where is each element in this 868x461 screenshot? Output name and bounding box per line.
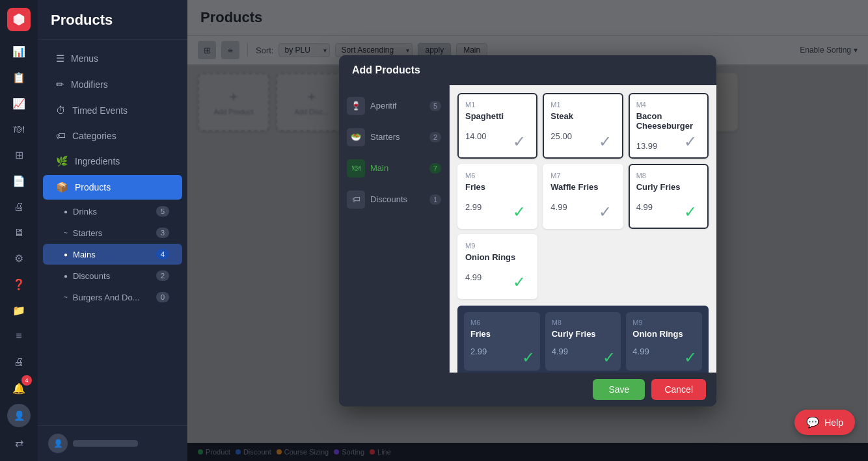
modal-product-steak[interactable]: M1 Steak 25.00 ✓: [543, 93, 623, 159]
fries-check-icon: ✓: [513, 203, 526, 220]
sidebar-sub-drinks-label: Drinks: [73, 207, 97, 217]
sidebar-item-products[interactable]: 📦 Products: [43, 175, 182, 200]
products-icon: 📦: [56, 181, 68, 193]
menu-icon[interactable]: 🍽: [8, 119, 29, 140]
sidebar-sub-discounts[interactable]: ● Discounts 2: [43, 265, 182, 286]
sidebar-item-categories-label: Categories: [72, 131, 116, 141]
modal-product-spaghetti[interactable]: M1 Spaghetti 14.00 ✓: [457, 93, 537, 159]
help-icon[interactable]: ❓: [8, 274, 29, 295]
spaghetti-id: M1: [465, 101, 530, 109]
reports-icon[interactable]: 📄: [8, 171, 29, 192]
analytics-icon[interactable]: 📈: [8, 93, 29, 114]
sidebar-sub-burgers-label: Burgers And Do...: [73, 293, 140, 302]
sidebar-sub-discounts-label: Discounts: [73, 271, 110, 281]
sel-onion-check: ✓: [684, 350, 697, 365]
sidebar-item-timed-events-label: Timed Events: [72, 105, 128, 116]
sidebar-item-timed-events[interactable]: ⏱ Timed Events: [43, 98, 182, 122]
sidebar-sub-starters[interactable]: ~ Starters 3: [43, 222, 182, 243]
printer-icon[interactable]: 🖨: [8, 196, 29, 217]
curly-fries-check: ✓: [684, 204, 702, 222]
modal-products-grid: M1 Spaghetti 14.00 ✓ M1 Steak 25.00: [457, 93, 709, 299]
bacon-check: ✓: [684, 134, 702, 152]
orders-icon[interactable]: 📋: [8, 68, 29, 88]
steak-name: Steak: [550, 111, 615, 121]
spaghetti-name: Spaghetti: [465, 111, 530, 121]
selected-products-row: M6 Fries 2.99 ✓ M8 Curly Fries 4.99: [464, 312, 702, 371]
help-button[interactable]: 💬 Help: [794, 410, 855, 435]
sel-fries-name: Fries: [470, 329, 534, 339]
modal-cat-aperitif[interactable]: 🍷 Aperitif 5: [339, 90, 449, 122]
modal-footer: Save Cancel: [339, 373, 716, 406]
app-logo[interactable]: [7, 8, 31, 31]
sel-curly-name: Curly Fries: [552, 329, 615, 339]
ingredients-icon: 🌿: [56, 155, 68, 167]
burgers-dot: ~: [64, 294, 68, 301]
sidebar-sub-mains[interactable]: ● Mains 4: [43, 244, 182, 265]
terminal-icon[interactable]: 🖥: [8, 222, 29, 243]
selected-products-section: M6 Fries 2.99 ✓ M8 Curly Fries 4.99: [457, 306, 709, 373]
curly-fries-name: Curly Fries: [636, 182, 701, 192]
sidebar-sub-drinks[interactable]: ● Drinks 5: [43, 201, 182, 222]
modal-cat-starters[interactable]: 🥗 Starters 2: [339, 122, 449, 153]
sidebar-item-categories[interactable]: 🏷 Categories: [43, 124, 182, 148]
waffle-fries-check: ✓: [599, 204, 617, 222]
waffle-fries-id: M7: [550, 172, 615, 179]
sidebar-item-menus[interactable]: ☰ Menus: [43, 46, 182, 71]
discounts-dot: ●: [64, 272, 68, 280]
sel-fries-id: M6: [470, 319, 534, 326]
main2-icon: 🍽: [347, 159, 365, 178]
modal-product-onion-rings[interactable]: M9 Onion Rings 4.99 ✓: [457, 234, 537, 299]
modal-product-fries[interactable]: M6 Fries 2.99 ✓: [457, 164, 537, 229]
sidebar-item-ingredients[interactable]: 🌿 Ingredients: [43, 149, 182, 174]
timed-events-icon: ⏱: [56, 105, 66, 116]
discounts2-icon: 🏷: [347, 191, 365, 209]
notification-icon[interactable]: 🔔 4: [8, 378, 29, 399]
onion-rings-id: M9: [465, 242, 530, 250]
modal-body: 🍷 Aperitif 5 🥗 Starters 2 🍽 Main 7: [339, 85, 716, 373]
sidebar-sub-burgers[interactable]: ~ Burgers And Do... 0: [43, 287, 182, 308]
modal-cat-main[interactable]: 🍽 Main 7: [339, 153, 449, 184]
fries-check: ✓: [513, 204, 531, 222]
drinks-count: 5: [156, 206, 169, 217]
waffle-fries-name: Waffle Fries: [550, 182, 615, 192]
modal-cancel-btn[interactable]: Cancel: [651, 379, 706, 400]
layers-icon[interactable]: ⊞: [8, 145, 29, 166]
switch-icon[interactable]: ⇄: [8, 432, 29, 453]
printer2-icon[interactable]: 🖨: [8, 352, 29, 373]
spaghetti-check: ✓: [513, 134, 531, 152]
steak-check: ✓: [599, 134, 617, 152]
modal-products-area: M1 Spaghetti 14.00 ✓ M1 Steak 25.00: [450, 85, 716, 373]
waffle-fries-check-icon: ✓: [599, 203, 612, 220]
selected-fries[interactable]: M6 Fries 2.99 ✓: [464, 312, 540, 371]
mains-dot: ●: [64, 251, 68, 258]
starters-dot: ~: [64, 230, 68, 237]
notification-badge-count: 4: [21, 375, 32, 386]
selected-onion-rings[interactable]: M9 Onion Rings 4.99 ✓: [626, 312, 702, 371]
sidebar-item-modifiers[interactable]: ✏ Modifiers: [43, 72, 182, 97]
user-avatar[interactable]: 👤: [7, 404, 31, 427]
sidebar-item-menus-label: Menus: [71, 53, 98, 64]
onion-rings-check: ✓: [513, 274, 531, 293]
modal-product-waffle-fries[interactable]: M7 Waffle Fries 4.99 ✓: [543, 164, 623, 229]
spaghetti-check-icon: ✓: [513, 133, 526, 150]
list-icon[interactable]: ≡: [8, 326, 29, 347]
starters2-icon: 🥗: [347, 128, 365, 146]
dashboard-icon[interactable]: 📊: [8, 42, 29, 62]
modal-cat-discounts[interactable]: 🏷 Discounts 1: [339, 184, 449, 215]
modal-overlay[interactable]: Add Products 🍷 Aperitif 5 🥗 Starters 2: [187, 0, 868, 461]
sidebar-item-products-label: Products: [75, 182, 111, 192]
bacon-id: M4: [636, 101, 701, 109]
icon-bar-bottom: 🖨 🔔 4 👤 ⇄: [7, 352, 31, 461]
sidebar-bottom: 👤: [38, 425, 187, 461]
modal-product-curly-fries[interactable]: M8 Curly Fries 4.99 ✓: [629, 164, 709, 229]
mains-count: 4: [156, 249, 169, 259]
modal-product-bacon[interactable]: M4 Bacon Cheeseburger 13.99 ✓: [629, 93, 709, 159]
sel-fries-check-icon: ✓: [522, 349, 535, 366]
archive-icon[interactable]: 📁: [8, 300, 29, 321]
selected-curly-fries[interactable]: M8 Curly Fries 4.99 ✓: [545, 312, 621, 371]
sidebar: Products ☰ Menus ✏ Modifiers ⏱ Timed Eve…: [38, 0, 187, 461]
discounts-count: 2: [156, 270, 169, 281]
modal-save-btn[interactable]: Save: [593, 379, 645, 400]
sidebar-sub-starters-label: Starters: [73, 228, 103, 238]
settings-icon[interactable]: ⚙: [8, 248, 29, 269]
